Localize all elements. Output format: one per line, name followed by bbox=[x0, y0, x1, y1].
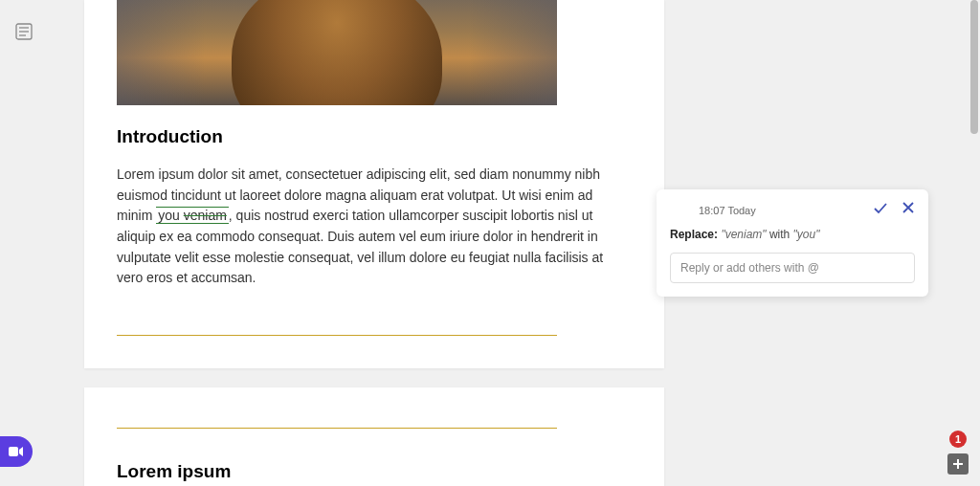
hero-image bbox=[117, 0, 557, 105]
section-divider bbox=[117, 335, 557, 336]
suggestion-actions bbox=[873, 201, 915, 220]
suggestion-timestamp: 18:07 Today bbox=[699, 205, 756, 216]
tracked-change[interactable]: you veniam bbox=[156, 207, 229, 224]
suggestion-header: 18:07 Today bbox=[670, 201, 915, 220]
heading-introduction: Introduction bbox=[117, 126, 632, 147]
suggestion-new-text: "you" bbox=[793, 228, 820, 241]
bottom-right-controls: 1 bbox=[947, 431, 969, 475]
video-call-button[interactable] bbox=[0, 436, 33, 467]
suggestion-old-text: "veniam" bbox=[721, 228, 766, 241]
document-outline-icon[interactable] bbox=[15, 23, 33, 40]
suggestion-body: Replace: "veniam" with "you" bbox=[670, 228, 915, 241]
accept-suggestion-button[interactable] bbox=[873, 201, 888, 220]
body-paragraph[interactable]: Lorem ipsum dolor sit amet, consectetuer… bbox=[117, 165, 632, 289]
document-page: Lorem ipsum Lorem ipsum dolor sit amet, … bbox=[84, 387, 664, 486]
add-comment-button[interactable] bbox=[947, 453, 969, 475]
tracked-insert-text: you bbox=[158, 208, 180, 223]
svg-rect-4 bbox=[9, 447, 18, 456]
suggestion-action-label: Replace: bbox=[670, 228, 718, 241]
tracked-delete-text: veniam bbox=[184, 208, 227, 223]
reject-suggestion-button[interactable] bbox=[902, 201, 915, 220]
document-page: Introduction Lorem ipsum dolor sit amet,… bbox=[84, 0, 664, 368]
suggestion-connector: with bbox=[767, 228, 793, 241]
scrollbar-thumb[interactable] bbox=[970, 0, 978, 134]
reply-input[interactable]: Reply or add others with @ bbox=[670, 253, 915, 283]
notification-badge[interactable]: 1 bbox=[949, 431, 967, 448]
section-divider bbox=[117, 428, 557, 429]
heading-lorem: Lorem ipsum bbox=[117, 461, 632, 482]
suggestion-card[interactable]: 18:07 Today Replace: "veniam" with "you"… bbox=[657, 189, 928, 297]
document-viewport: Introduction Lorem ipsum dolor sit amet,… bbox=[84, 0, 666, 486]
